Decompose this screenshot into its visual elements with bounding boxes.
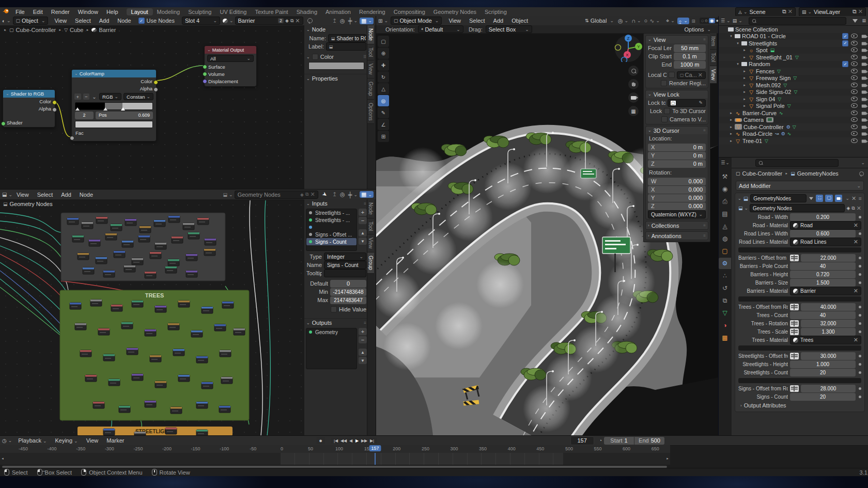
animate-dot[interactable] — [859, 396, 861, 398]
disable-render-icon[interactable] — [862, 133, 866, 136]
outliner-item-label[interactable]: Streetlights — [749, 40, 777, 46]
param-value-slider[interactable]: 1.300 — [801, 328, 856, 336]
stop-index-field[interactable]: 2 — [75, 112, 94, 119]
output-attributes-section[interactable]: ›Output Attributes — [735, 401, 864, 410]
move-up-button[interactable]: ▲ — [359, 229, 367, 237]
mini-node[interactable] — [191, 330, 203, 337]
chevron-down-icon[interactable]: ⌄ — [861, 160, 865, 165]
workspace-tab-sculpting[interactable]: Sculpting — [184, 9, 215, 15]
animate-dot[interactable] — [859, 363, 861, 366]
animate-dot[interactable] — [859, 257, 861, 259]
mini-node[interactable] — [219, 406, 230, 413]
clip-end-field[interactable]: 1000 m — [674, 61, 706, 69]
pin-icon[interactable] — [859, 171, 864, 176]
param-value-slider[interactable]: 22.000 — [801, 254, 856, 262]
param-value-slider[interactable]: 0.200 — [790, 213, 856, 221]
properties-tab-object-data[interactable]: ▽ — [719, 307, 731, 319]
param-value-slider[interactable]: 40 — [790, 311, 856, 319]
move-up-button[interactable]: ▲ — [359, 349, 367, 356]
hide-value-checkbox[interactable] — [331, 306, 337, 312]
hide-viewport-icon[interactable] — [851, 131, 858, 136]
fake-user-shield-icon[interactable]: ◈ — [846, 206, 850, 211]
outliner-row-streetlight-01[interactable]: ▸▽Streetlight _01▽ — [719, 54, 868, 61]
editor-type-icon[interactable]: ◷⌄ — [2, 438, 12, 444]
input-socket-volume[interactable] — [203, 72, 207, 76]
remove-stop-button[interactable]: − — [83, 93, 90, 100]
overlays-icon[interactable]: ▦⌄ — [360, 18, 374, 24]
input-socket-surface[interactable] — [203, 65, 207, 69]
orientation-dropdown[interactable]: ⌖Default⌄ — [418, 25, 463, 33]
cursor-panel-header[interactable]: ⌄3D Cursor≡ — [646, 127, 708, 134]
disable-render-icon[interactable] — [862, 139, 866, 143]
overlap-icon[interactable]: ╪⌄ — [348, 192, 358, 198]
mini-node[interactable] — [168, 216, 180, 223]
sidebar-tab-view[interactable]: View — [367, 234, 374, 253]
tool-measure[interactable]: ⊞ — [378, 131, 389, 142]
mini-node[interactable] — [138, 235, 150, 242]
copy-icon[interactable]: ⧉ — [851, 206, 855, 211]
snap-icon[interactable]: ◎ — [340, 18, 345, 24]
disable-render-icon[interactable] — [862, 105, 866, 108]
hide-viewport-icon[interactable] — [851, 138, 858, 143]
animate-dot[interactable] — [859, 306, 861, 308]
outliner-item-label[interactable]: Signal Pole — [756, 103, 785, 109]
mini-node[interactable] — [67, 218, 79, 225]
mini-node[interactable] — [186, 271, 197, 277]
jump-to-start-icon[interactable]: |◀ — [333, 438, 339, 443]
expand-icon[interactable]: ▾ — [729, 34, 733, 38]
jump-to-end-icon[interactable]: ▶| — [369, 438, 376, 443]
outliner-item-label[interactable]: Mesh.092 — [756, 82, 781, 88]
input-attribute-toggle[interactable] — [790, 320, 799, 327]
delete-viewlayer-button[interactable]: ✕ — [858, 8, 863, 15]
disable-render-icon[interactable] — [862, 42, 866, 45]
extras-menu-icon[interactable]: ⌄ — [846, 196, 850, 201]
pin-icon[interactable]: ➤ — [321, 191, 329, 199]
node-color-swatch[interactable] — [308, 62, 364, 70]
outliner-item-label[interactable]: Scene Collection — [735, 26, 778, 33]
outliner-row-signal-pole[interactable]: ▸▽Signal Pole▽ — [719, 103, 868, 110]
use-nodes-toggle[interactable]: ✓ Use Nodes — [138, 18, 175, 24]
jump-next-keyframe-icon[interactable]: ▶▶ — [361, 438, 368, 443]
output-item-geometry[interactable]: Geometry — [306, 328, 357, 336]
shader-type-dropdown[interactable]: ▢ Object⌄ — [13, 17, 49, 25]
outliner-item-label[interactable]: Barrier-Curve — [742, 110, 777, 116]
outliner-row-camera[interactable]: ▸Camera — [719, 117, 868, 124]
play-reverse-icon[interactable]: ◀ — [348, 438, 354, 443]
sidebar-tab-group[interactable]: Group — [367, 78, 374, 100]
input-item[interactable] — [306, 224, 357, 231]
navigation-gizmo[interactable]: Z Y X — [614, 33, 643, 62]
node-panel-header[interactable]: ⌄Node — [304, 25, 368, 34]
tool-select-box[interactable]: ⊕ — [378, 48, 389, 59]
mini-node[interactable] — [165, 428, 177, 434]
mini-node[interactable] — [78, 253, 89, 260]
properties-tab-object[interactable]: ▢ — [719, 245, 731, 257]
sidebar-tab-view[interactable]: View — [367, 60, 374, 78]
output-socket-alpha[interactable] — [153, 87, 158, 92]
pan-hand-icon[interactable] — [628, 79, 639, 89]
close-icon[interactable]: ✕ — [857, 205, 861, 212]
shading-wireframe-icon[interactable]: ◌ — [701, 18, 704, 23]
param-material-field[interactable]: Barrier✕ — [790, 287, 861, 295]
viewlayer-name[interactable]: ViewLayer — [814, 9, 840, 15]
timeline-menu-playback[interactable]: Playback⌄ — [14, 437, 51, 444]
add-modifier-dropdown[interactable]: Add Modifier⌄ — [736, 181, 864, 191]
expand-icon[interactable]: ▸ — [729, 132, 733, 136]
menu-edit[interactable]: Edit — [29, 9, 47, 15]
expand-icon[interactable]: ▸ — [742, 83, 747, 87]
animate-dot[interactable] — [859, 387, 861, 390]
mini-node[interactable] — [105, 233, 117, 240]
properties-tab-output[interactable]: ⎙ — [719, 196, 731, 207]
timeline-track-area[interactable]: ◂ ▸ — [0, 453, 670, 465]
lock-3d-cursor-checkbox[interactable] — [664, 108, 670, 114]
interpolation-dropdown[interactable]: Constan⌄ — [123, 93, 153, 100]
add-output-button[interactable]: + — [359, 328, 367, 335]
add-stop-button[interactable]: + — [74, 93, 81, 100]
mini-node[interactable] — [72, 235, 84, 242]
playhead-line[interactable] — [375, 453, 376, 465]
move-down-button[interactable]: ▼ — [359, 357, 367, 364]
node-shader-to-rgb[interactable]: ⌄Shader to RGB Color Alpha Shader — [3, 89, 55, 128]
workspace-tab-geometry-nodes[interactable]: Geometry Nodes — [429, 9, 481, 15]
param-value-slider[interactable]: 40 — [790, 262, 856, 270]
param-material-field[interactable]: Road Lines✕ — [790, 238, 861, 246]
outliner-row-scene-collection[interactable]: Scene Collection — [719, 26, 868, 33]
